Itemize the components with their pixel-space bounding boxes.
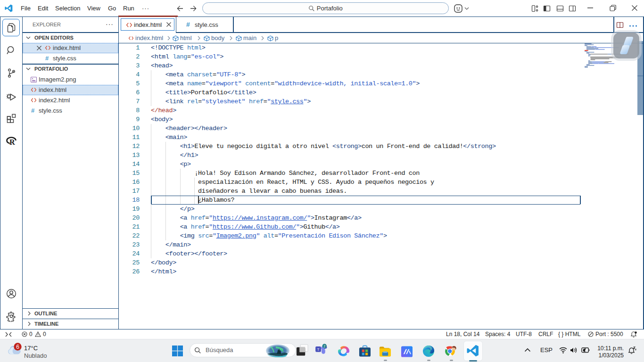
- svg-text:6: 6: [16, 344, 19, 350]
- svg-text:T: T: [317, 347, 320, 352]
- svg-text:R: R: [9, 138, 15, 146]
- svg-text:2: 2: [323, 344, 325, 348]
